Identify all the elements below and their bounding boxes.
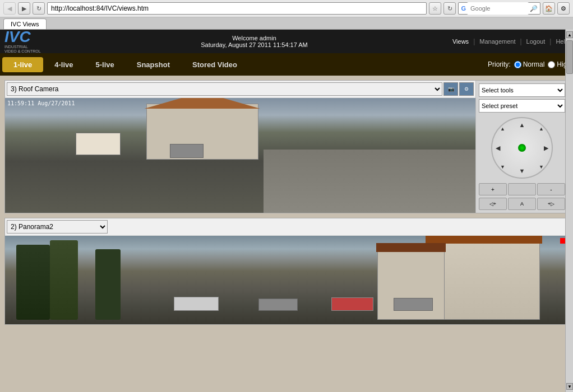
nav-4live[interactable]: 4-live	[43, 57, 84, 72]
browser-chrome: ◀ ▶ ↻ ☆ ↻ G 🔎 🏠 ⚙ IVC Views	[0, 0, 573, 30]
nav-stored-video[interactable]: Stored Video	[181, 57, 248, 72]
search-icon[interactable]: 🔎	[530, 5, 538, 12]
focus-far-button[interactable]: +▷	[537, 198, 565, 210]
camera1-video: 11:59:11 Aug/27/2011	[5, 98, 475, 213]
zoom-row: + -	[479, 183, 565, 195]
car	[170, 144, 204, 158]
forward-button[interactable]: ▶	[18, 2, 30, 15]
browser-tabs: IVC Views	[0, 17, 573, 29]
camera2-panel: 2) Panorama2	[4, 218, 569, 325]
nav-views[interactable]: Views	[452, 38, 469, 45]
scrollbar-thumb[interactable]	[566, 40, 573, 74]
ptz-upleft-arrow[interactable]: ▲	[500, 126, 505, 132]
zoom-center-button[interactable]	[508, 183, 536, 195]
zoom-in-button[interactable]: +	[479, 183, 507, 195]
ptz-upright-arrow[interactable]: ▲	[539, 126, 544, 132]
focus-auto-button[interactable]: A	[508, 198, 536, 210]
camera2-header: 2) Panorama2	[5, 218, 568, 236]
bookmark-button[interactable]: ☆	[429, 2, 441, 15]
pano-tree1	[16, 245, 50, 320]
brand-name: IVC	[4, 29, 52, 45]
ptz-center-dot	[518, 144, 526, 152]
back-button[interactable]: ◀	[3, 2, 16, 15]
gravel-area	[264, 150, 475, 213]
camera1-timestamp: 11:59:11 Aug/27/2011	[7, 100, 75, 106]
priority-high-radio[interactable]	[548, 61, 555, 68]
datetime-text: Saturday, August 27 2011 11:54:17 AM	[56, 41, 452, 48]
priority-normal-label[interactable]: Normal	[514, 60, 545, 68]
camera1-section: 3) Roof Camera 📷 ⚙	[5, 81, 475, 213]
scrollbar-track[interactable]: ▲ ▼	[565, 29, 573, 392]
home-button[interactable]: 🏠	[543, 2, 555, 15]
brand-subtitle: INDUSTRIAL VIDEO & CONTROL	[4, 45, 52, 54]
camera-panel-top: 3) Roof Camera 📷 ⚙	[4, 80, 569, 213]
ptz-left-arrow[interactable]: ◀	[496, 144, 500, 152]
scrollbar-up[interactable]: ▲	[566, 31, 573, 38]
pano-roof-mid	[376, 243, 446, 252]
vehicle	[76, 133, 121, 155]
app-logo: IVC INDUSTRIAL VIDEO & CONTROL	[0, 27, 56, 57]
browser-toolbar: ◀ ▶ ↻ ☆ ↻ G 🔎 🏠 ⚙	[0, 0, 573, 17]
zoom-out-button[interactable]: -	[537, 183, 565, 195]
pano-car3	[331, 297, 373, 311]
extensions-button[interactable]: ⚙	[557, 2, 570, 15]
pano-car1	[174, 297, 219, 311]
ptz-panel: Select tools Select preset ▲ ▼ ◀ ▶ ▲ ▲ ▼…	[475, 81, 568, 213]
ptz-right-arrow[interactable]: ▶	[544, 144, 548, 152]
nav-logout[interactable]: Logout	[526, 38, 546, 45]
nav-management[interactable]: Management	[479, 38, 515, 45]
focus-near-button[interactable]: ◁+	[479, 198, 507, 210]
ptz-downright-arrow[interactable]: ▼	[539, 164, 544, 170]
address-bar[interactable]	[47, 2, 427, 15]
ptz-down-arrow[interactable]: ▼	[519, 167, 525, 174]
main-content: 3) Roof Camera 📷 ⚙	[0, 76, 573, 392]
google-logo: G	[461, 5, 466, 12]
pano-tree2	[50, 240, 78, 320]
preset-select[interactable]: Select preset	[479, 99, 565, 113]
nav-1live[interactable]: 1-live	[2, 57, 43, 72]
ptz-joystick[interactable]: ▲ ▼ ◀ ▶ ▲ ▲ ▼ ▼	[491, 117, 553, 179]
top-nav: Views | Management | Logout | Help	[452, 38, 573, 45]
camera1-select[interactable]: 3) Roof Camera	[7, 82, 442, 96]
refresh-icon[interactable]: ↻	[443, 2, 456, 15]
scrollbar-down[interactable]: ▼	[566, 383, 573, 390]
ptz-up-arrow[interactable]: ▲	[519, 122, 525, 128]
nav-snapshot[interactable]: Snapshot	[126, 57, 181, 72]
priority-normal-radio[interactable]	[514, 61, 521, 68]
camera1-header: 3) Roof Camera 📷 ⚙	[5, 81, 475, 98]
header-center: Welcome admin Saturday, August 27 2011 1…	[56, 35, 452, 48]
pano-tree3	[95, 249, 121, 320]
focus-row: ◁+ A +▷	[479, 198, 565, 210]
app-header: IVC INDUSTRIAL VIDEO & CONTROL Welcome a…	[0, 30, 573, 53]
reload-button[interactable]: ↻	[33, 2, 45, 15]
camera1-settings-icon[interactable]: ⚙	[459, 82, 474, 96]
tools-select[interactable]: Select tools	[479, 83, 565, 97]
nav-5live[interactable]: 5-live	[85, 57, 126, 72]
camera1-snapshot-icon[interactable]: 📷	[443, 82, 458, 96]
priority-normal-text: Normal	[523, 60, 545, 68]
priority-section: Priority: Normal High	[488, 60, 571, 68]
camera2-video	[5, 236, 568, 324]
ptz-downleft-arrow[interactable]: ▼	[500, 164, 505, 170]
pano-car2	[258, 298, 298, 311]
search-input[interactable]	[467, 2, 529, 15]
camera2-select[interactable]: 2) Panorama2	[7, 220, 108, 234]
priority-label: Priority:	[488, 60, 511, 68]
nav-bar: 1-live 4-live 5-live Snapshot Stored Vid…	[0, 53, 573, 76]
pano-car4	[394, 298, 433, 311]
welcome-text: Welcome admin	[56, 35, 452, 41]
